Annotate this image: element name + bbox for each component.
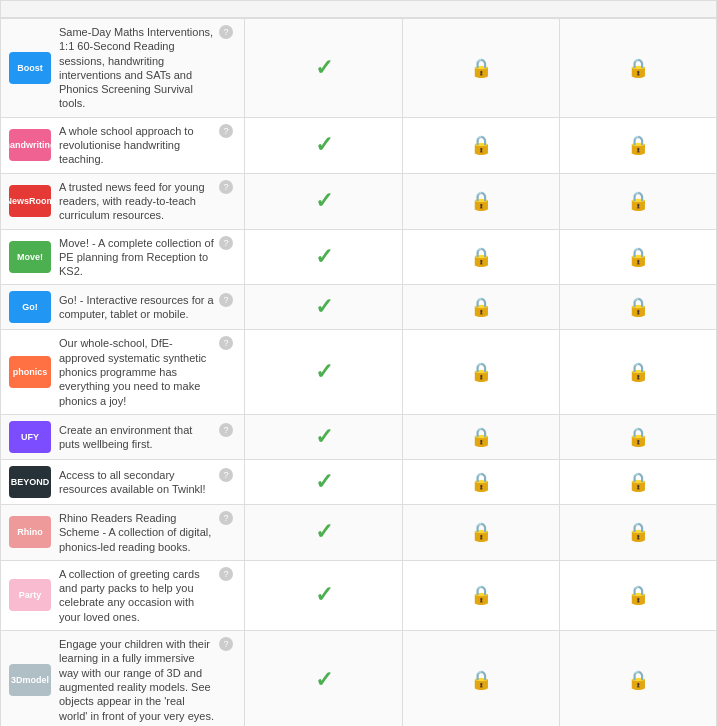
product-cell: phonicsOur whole-school, DfE-approved sy…	[1, 330, 241, 413]
check-icon: ✓	[315, 132, 333, 157]
extra-cell: 🔒	[402, 117, 559, 173]
product-description: Rhino Readers Reading Scheme - A collect…	[59, 511, 215, 554]
ultimate-cell: ✓	[245, 229, 402, 285]
ultimate-cell: ✓	[245, 285, 402, 330]
ultimate-cell: ✓	[245, 560, 402, 630]
ultimate-cell: ✓	[245, 504, 402, 560]
product-logo: Boost	[9, 52, 51, 84]
lock-icon: 🔒	[470, 297, 492, 317]
product-logo: BEYOND	[9, 466, 51, 498]
product-cell: PartyA collection of greeting cards and …	[1, 561, 241, 630]
header-banner	[0, 0, 717, 18]
table-row: BoostSame-Day Maths Interventions, 1:1 6…	[1, 19, 717, 118]
product-cell: BoostSame-Day Maths Interventions, 1:1 6…	[1, 19, 241, 117]
lock-icon: 🔒	[470, 472, 492, 492]
info-icon[interactable]: ?	[219, 124, 233, 138]
product-description: A collection of greeting cards and party…	[59, 567, 215, 624]
table-row: Go!Go! - Interactive resources for a com…	[1, 285, 717, 330]
product-logo: handwriting	[9, 129, 51, 161]
lock-icon: 🔒	[627, 670, 649, 690]
extra-cell: 🔒	[402, 330, 559, 414]
ultimate-cell: ✓	[245, 459, 402, 504]
lock-icon: 🔒	[627, 191, 649, 211]
product-cell: handwritingA whole school approach to re…	[1, 118, 241, 173]
info-icon[interactable]: ?	[219, 567, 233, 581]
table-row: RhinoRhino Readers Reading Scheme - A co…	[1, 504, 717, 560]
check-icon: ✓	[315, 424, 333, 449]
table-row: BEYONDAccess to all secondary resources …	[1, 459, 717, 504]
info-icon[interactable]: ?	[219, 293, 233, 307]
core-cell: 🔒	[559, 459, 716, 504]
info-icon[interactable]: ?	[219, 236, 233, 250]
product-cell: Go!Go! - Interactive resources for a com…	[1, 285, 241, 329]
core-cell: 🔒	[559, 631, 716, 726]
product-description: Same-Day Maths Interventions, 1:1 60-Sec…	[59, 25, 215, 111]
extra-cell: 🔒	[402, 19, 559, 118]
table-row: handwritingA whole school approach to re…	[1, 117, 717, 173]
ultimate-cell: ✓	[245, 117, 402, 173]
check-icon: ✓	[315, 582, 333, 607]
check-icon: ✓	[315, 359, 333, 384]
table-row: Move!Move! - A complete collection of PE…	[1, 229, 717, 285]
table-row: UFYCreate an environment that puts wellb…	[1, 414, 717, 459]
core-cell: 🔒	[559, 229, 716, 285]
extra-cell: 🔒	[402, 560, 559, 630]
check-icon: ✓	[315, 244, 333, 269]
lock-icon: 🔒	[470, 362, 492, 382]
info-icon[interactable]: ?	[219, 180, 233, 194]
info-icon[interactable]: ?	[219, 25, 233, 39]
lock-icon: 🔒	[627, 247, 649, 267]
product-description: Engage your children with their learning…	[59, 637, 215, 723]
product-logo: Go!	[9, 291, 51, 323]
extra-cell: 🔒	[402, 229, 559, 285]
info-icon[interactable]: ?	[219, 468, 233, 482]
extra-cell: 🔒	[402, 504, 559, 560]
lock-icon: 🔒	[627, 472, 649, 492]
table-row: PartyA collection of greeting cards and …	[1, 560, 717, 630]
product-logo: NewsRoom	[9, 185, 51, 217]
check-icon: ✓	[315, 55, 333, 80]
core-cell: 🔒	[559, 285, 716, 330]
lock-icon: 🔒	[627, 297, 649, 317]
extra-cell: 🔒	[402, 414, 559, 459]
product-cell: Move!Move! - A complete collection of PE…	[1, 230, 241, 285]
product-description: A trusted news feed for young readers, w…	[59, 180, 215, 223]
lock-icon: 🔒	[470, 191, 492, 211]
product-description: Move! - A complete collection of PE plan…	[59, 236, 215, 279]
lock-icon: 🔒	[627, 522, 649, 542]
info-icon[interactable]: ?	[219, 637, 233, 651]
info-icon[interactable]: ?	[219, 336, 233, 350]
lock-icon: 🔒	[470, 58, 492, 78]
check-icon: ✓	[315, 667, 333, 692]
product-description: Access to all secondary resources availa…	[59, 468, 215, 497]
check-icon: ✓	[315, 294, 333, 319]
core-cell: 🔒	[559, 330, 716, 414]
core-cell: 🔒	[559, 560, 716, 630]
product-logo: Rhino	[9, 516, 51, 548]
lock-icon: 🔒	[470, 670, 492, 690]
ultimate-cell: ✓	[245, 19, 402, 118]
core-cell: 🔒	[559, 173, 716, 229]
comparison-table: BoostSame-Day Maths Interventions, 1:1 6…	[0, 18, 717, 726]
table-row: 3DmodelEngage your children with their l…	[1, 631, 717, 726]
lock-icon: 🔒	[470, 427, 492, 447]
lock-icon: 🔒	[627, 58, 649, 78]
check-icon: ✓	[315, 519, 333, 544]
lock-icon: 🔒	[627, 362, 649, 382]
lock-icon: 🔒	[627, 427, 649, 447]
ultimate-cell: ✓	[245, 330, 402, 414]
ultimate-cell: ✓	[245, 173, 402, 229]
product-cell: NewsRoomA trusted news feed for young re…	[1, 174, 241, 229]
product-description: Go! - Interactive resources for a comput…	[59, 293, 215, 322]
table-row: phonicsOur whole-school, DfE-approved sy…	[1, 330, 717, 414]
lock-icon: 🔒	[470, 585, 492, 605]
extra-cell: 🔒	[402, 459, 559, 504]
product-cell: 3DmodelEngage your children with their l…	[1, 631, 241, 726]
lock-icon: 🔒	[627, 585, 649, 605]
product-logo: UFY	[9, 421, 51, 453]
product-description: Our whole-school, DfE-approved systemati…	[59, 336, 215, 407]
product-logo: Party	[9, 579, 51, 611]
info-icon[interactable]: ?	[219, 423, 233, 437]
info-icon[interactable]: ?	[219, 511, 233, 525]
check-icon: ✓	[315, 469, 333, 494]
